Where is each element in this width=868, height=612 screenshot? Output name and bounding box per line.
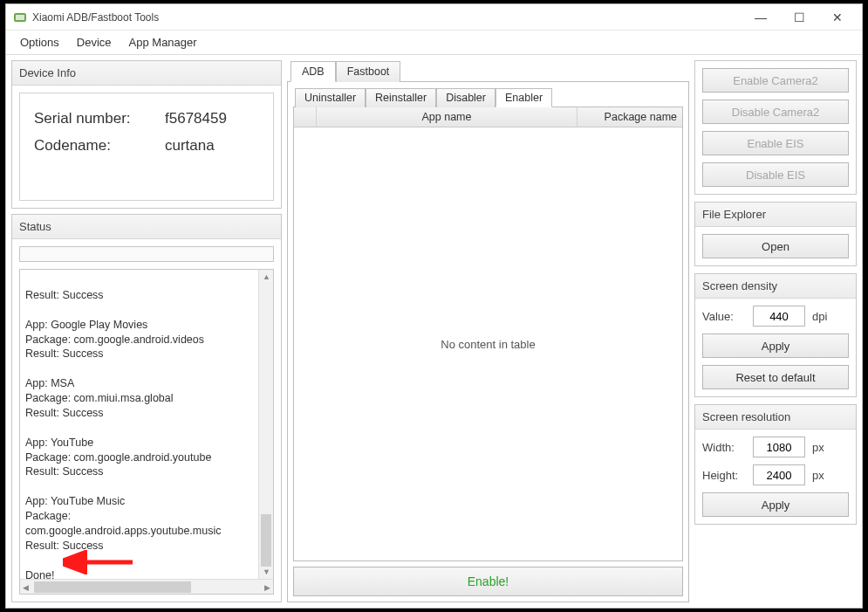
mode-tabs: ADB Fastboot <box>287 60 689 81</box>
tab-disabler[interactable]: Disabler <box>436 88 496 107</box>
status-log[interactable]: Result: Success App: Google Play Movies … <box>19 269 274 595</box>
density-unit: dpi <box>812 310 827 323</box>
status-header: Status <box>12 215 281 239</box>
file-explorer-header: File Explorer <box>695 203 856 227</box>
col-select[interactable] <box>294 107 317 127</box>
tab-enabler[interactable]: Enabler <box>496 88 552 107</box>
menu-app-manager[interactable]: App Manager <box>120 32 206 52</box>
log-scrollbar-vertical[interactable] <box>258 270 273 579</box>
open-file-explorer-button[interactable]: Open <box>702 234 849 258</box>
status-panel: Status Result: Success App: Google Play … <box>11 214 282 602</box>
density-apply-button[interactable]: Apply <box>702 334 849 358</box>
device-info-panel: Device Info Serial number: f5678459 Code… <box>11 60 282 209</box>
codename-value: curtana <box>165 133 215 160</box>
resolution-height-unit: px <box>812 469 824 482</box>
resolution-width-label: Width: <box>702 441 746 454</box>
screen-resolution-header: Screen resolution <box>695 405 856 430</box>
resolution-height-input[interactable] <box>753 464 805 485</box>
disable-camera2-button[interactable]: Disable Camera2 <box>702 100 849 124</box>
device-info-header: Device Info <box>12 61 281 86</box>
tab-adb[interactable]: ADB <box>290 61 336 82</box>
tab-reinstaller[interactable]: Reinstaller <box>366 88 436 107</box>
menu-device[interactable]: Device <box>68 32 120 52</box>
camera-panel: Enable Camera2 Disable Camera2 Enable EI… <box>694 60 857 195</box>
serial-label: Serial number: <box>34 106 165 133</box>
progress-bar <box>19 246 274 262</box>
apps-table-header: App name Package name <box>294 107 682 127</box>
col-app-name[interactable]: App name <box>317 107 578 127</box>
density-reset-button[interactable]: Reset to default <box>702 365 849 389</box>
app-icon <box>13 10 27 24</box>
resolution-apply-button[interactable]: Apply <box>702 492 849 517</box>
density-value-label: Value: <box>702 310 746 323</box>
tab-uninstaller[interactable]: Uninstaller <box>295 88 366 107</box>
menu-bar: Options Device App Manager <box>6 31 862 55</box>
file-explorer-panel: File Explorer Open <box>694 202 857 266</box>
enable-camera2-button[interactable]: Enable Camera2 <box>702 68 849 93</box>
enable-button[interactable]: Enable! <box>293 567 683 596</box>
window-title: Xiaomi ADB/Fastboot Tools <box>32 11 159 24</box>
resolution-width-input[interactable] <box>753 437 805 457</box>
status-log-text: Result: Success App: Google Play Movies … <box>25 288 268 595</box>
codename-label: Codename: <box>34 133 165 160</box>
serial-value: f5678459 <box>165 106 227 133</box>
disable-eis-button[interactable]: Disable EIS <box>702 162 849 187</box>
apps-table-empty: No content in table <box>294 127 682 560</box>
app-window: Xiaomi ADB/Fastboot Tools — ☐ ✕ Options … <box>5 3 863 609</box>
title-bar: Xiaomi ADB/Fastboot Tools — ☐ ✕ <box>6 4 862 31</box>
minimize-button[interactable]: — <box>742 5 780 30</box>
svg-rect-1 <box>16 15 24 20</box>
resolution-height-label: Height: <box>702 469 746 482</box>
col-package-name[interactable]: Package name <box>578 107 682 127</box>
tab-fastboot[interactable]: Fastboot <box>336 61 401 82</box>
menu-options[interactable]: Options <box>11 32 68 52</box>
enable-eis-button[interactable]: Enable EIS <box>702 131 849 155</box>
log-scrollbar-horizontal[interactable] <box>20 579 273 594</box>
screen-density-panel: Screen density Value: dpi Apply Reset to… <box>694 273 857 397</box>
maximize-button[interactable]: ☐ <box>780 5 818 30</box>
screen-resolution-panel: Screen resolution Width: px Height: px A… <box>694 404 857 525</box>
resolution-width-unit: px <box>812 441 824 454</box>
screen-density-header: Screen density <box>695 274 856 299</box>
app-action-tabs: Uninstaller Reinstaller Disabler Enabler <box>293 87 683 107</box>
close-button[interactable]: ✕ <box>818 5 857 30</box>
density-value-input[interactable] <box>753 306 805 327</box>
